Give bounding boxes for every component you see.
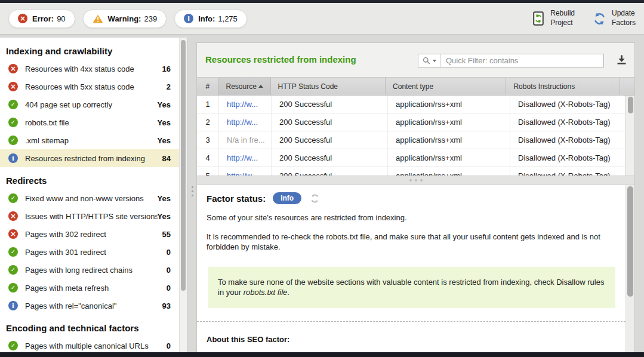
info-icon <box>8 153 18 163</box>
error-icon <box>8 82 18 91</box>
factor-summary-text: Some of your site's resources are restri… <box>207 213 624 223</box>
ok-icon <box>8 341 18 350</box>
factors-sidebar: Indexing and crawlability Resources with… <box>0 38 187 352</box>
sidebar-item-long-redirect-chains[interactable]: Pages with long redirect chains 0 <box>0 261 179 279</box>
factor-panel-scrollbar[interactable] <box>625 185 634 352</box>
sidebar-scrollbar[interactable] <box>179 38 187 352</box>
column-header-resource[interactable]: Resource <box>218 78 270 95</box>
factor-panel-scrollbar-thumb[interactable] <box>627 186 633 297</box>
dashed-divider <box>197 321 625 322</box>
filter-mode-dropdown[interactable] <box>418 54 441 67</box>
error-icon <box>8 229 18 239</box>
section-title-indexing: Indexing and crawlability <box>0 38 179 60</box>
rebuild-project-button[interactable]: RebuildProject <box>533 9 575 27</box>
table-row[interactable]: 2 http://w... 200 Successful application… <box>197 113 634 131</box>
quick-filter-input[interactable] <box>441 54 603 67</box>
resource-link[interactable]: http://w... <box>227 118 258 127</box>
warning-icon <box>93 14 103 23</box>
column-header-robots-instructions[interactable]: Robots Instructions <box>506 78 620 95</box>
column-header-number[interactable]: # <box>197 78 218 95</box>
ok-icon <box>8 247 18 257</box>
sidebar-item-301-redirect[interactable]: Pages with 301 redirect 0 <box>0 243 179 261</box>
vertical-splitter-handle[interactable] <box>192 186 193 196</box>
sidebar-item-xml-sitemap[interactable]: .xml sitemap Yes <box>0 131 179 149</box>
section-title-encoding: Encoding and technical factors <box>0 315 179 337</box>
tip-box: To make sure none of the website section… <box>208 267 615 308</box>
page-title: Resources restricted from indexing <box>205 54 356 64</box>
column-header-http-status[interactable]: HTTP Status Code <box>271 78 386 95</box>
toolbar-actions: RebuildProject UpdateFactors <box>515 9 636 27</box>
warning-badge-label: Warning: <box>108 14 141 23</box>
export-button[interactable] <box>617 55 627 67</box>
sidebar-item-multiple-canonical-urls[interactable]: Pages with multiple canonical URLs 0 <box>0 337 179 352</box>
ok-icon <box>8 283 18 293</box>
sidebar-item-http-https-issues[interactable]: Issues with HTTP/HTTPS site versions Yes <box>0 207 179 225</box>
factor-status-label: Factor status: <box>207 193 266 204</box>
ok-icon <box>8 265 18 275</box>
chevron-down-icon <box>433 60 436 62</box>
section-title-redirects: Redirects <box>0 167 179 189</box>
resource-link[interactable]: http://w... <box>227 171 258 176</box>
table-row[interactable]: 1 http://w... 200 Successful application… <box>197 96 634 113</box>
rebuild-project-label: RebuildProject <box>550 9 575 27</box>
error-badge-value: 90 <box>57 14 65 23</box>
info-badge-label: Info: <box>198 14 215 23</box>
column-header-content-type[interactable]: Content type <box>386 78 506 95</box>
warning-badge-value: 239 <box>144 14 157 23</box>
table-row[interactable]: 4 http://w... 200 Successful application… <box>197 149 634 167</box>
ok-icon <box>8 136 18 145</box>
sidebar-item-restricted-from-indexing[interactable]: Resources restricted from indexing 84 <box>0 149 179 167</box>
sidebar-item-fixed-www[interactable]: Fixed www and non-www versions Yes <box>0 189 179 207</box>
table-scrollbar[interactable] <box>625 96 634 176</box>
error-icon <box>8 64 18 73</box>
about-factor-title: About this SEO factor: <box>207 335 625 344</box>
table-header: # Resource HTTP Status Code Content type… <box>197 78 634 96</box>
resource-link[interactable]: http://w... <box>227 100 258 109</box>
window-bottom-edge <box>0 352 644 357</box>
error-count-badge[interactable]: Error: 90 <box>8 10 75 28</box>
website-auditor-window: Error: 90 Warning: 239 Info: 1,275 <box>0 0 644 357</box>
info-count-badge[interactable]: Info: 1,275 <box>174 10 247 28</box>
main-panel: Resources restricted from indexing # <box>197 43 634 352</box>
table-row[interactable]: 5 http://w... 200 Successful application… <box>197 167 634 176</box>
rebuild-project-icon <box>533 11 545 26</box>
update-factors-icon <box>593 12 606 26</box>
update-factors-button[interactable]: UpdateFactors <box>593 9 636 27</box>
quick-filter <box>418 54 604 67</box>
download-icon <box>617 55 627 64</box>
sidebar-scrollbar-thumb[interactable] <box>181 40 186 291</box>
ok-icon <box>8 118 18 127</box>
info-icon <box>184 14 193 23</box>
sidebar-item-robots-txt[interactable]: robots.txt file Yes <box>0 113 179 131</box>
factor-status-header: Factor status: Info <box>207 192 634 204</box>
update-factors-label: UpdateFactors <box>612 9 636 27</box>
error-badge-label: Error: <box>32 14 54 23</box>
factor-recommendation-text: It is recommended to re-check the robots… <box>207 232 624 253</box>
sidebar-item-5xx-status[interactable]: Resources with 5xx status code 2 <box>0 78 179 96</box>
search-icon <box>423 57 430 64</box>
column-header-spacer <box>620 78 634 95</box>
sidebar-item-404-page[interactable]: 404 page set up correctly Yes <box>0 96 179 113</box>
error-icon <box>8 211 18 221</box>
table-row[interactable]: 3 N/a in fre... 200 Successful applicati… <box>197 131 634 149</box>
horizontal-splitter[interactable] <box>197 176 634 185</box>
warning-count-badge[interactable]: Warning: 239 <box>83 10 167 28</box>
top-toolbar: Error: 90 Warning: 239 Info: 1,275 <box>0 3 644 35</box>
info-badge-value: 1,275 <box>218 14 238 23</box>
ok-icon <box>8 193 18 203</box>
sidebar-item-302-redirect[interactable]: Pages with 302 redirect 55 <box>0 225 179 243</box>
table-scrollbar-thumb[interactable] <box>628 97 633 113</box>
status-badge[interactable]: Info <box>273 192 301 204</box>
info-icon <box>8 301 18 310</box>
resources-table: 1 http://w... 200 Successful application… <box>197 96 634 176</box>
sidebar-item-meta-refresh[interactable]: Pages with meta refresh 0 <box>0 279 179 297</box>
resource-link[interactable]: http://w... <box>227 153 258 162</box>
panel-header: Resources restricted from indexing <box>197 43 634 78</box>
error-icon <box>18 14 27 23</box>
sidebar-item-4xx-status[interactable]: Resources with 4xx status code 16 <box>0 60 179 78</box>
refresh-icon[interactable] <box>310 194 320 203</box>
ok-icon <box>8 100 18 109</box>
sort-ascending-icon <box>258 85 263 88</box>
factor-status-panel: Factor status: Info Some of your site's … <box>197 185 634 352</box>
sidebar-item-rel-canonical[interactable]: Pages with rel="canonical" 93 <box>0 297 179 315</box>
